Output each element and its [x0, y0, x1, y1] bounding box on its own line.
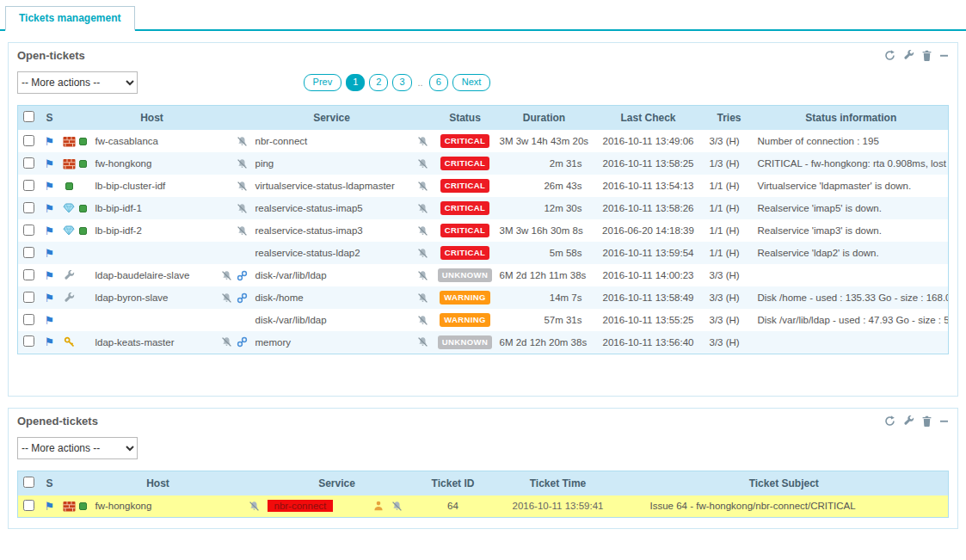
cell-host-icons — [59, 130, 92, 152]
service-link[interactable]: disk-/var/lib/ldap — [255, 270, 327, 280]
cell-service: disk-/home — [252, 286, 412, 309]
service-link[interactable]: nbr-connect — [255, 136, 308, 146]
row-checkbox[interactable] — [23, 157, 34, 169]
pagination-page-3[interactable]: 3 — [392, 74, 411, 90]
refresh-icon[interactable] — [884, 50, 895, 61]
cell-status-information: Disk /home - used : 135.33 Go - size : 1… — [754, 286, 949, 309]
cell-host-icons — [59, 495, 92, 518]
table-row: ⚑ldap-keats-mastermemoryUNKNOWN6M 2d 12h… — [18, 331, 949, 354]
open-tickets-header: Open-tickets — [9, 43, 957, 66]
wrench-icon[interactable] — [903, 50, 914, 61]
col-ticket-time: Ticket Time — [496, 471, 620, 495]
service-link[interactable]: ping — [255, 158, 274, 169]
link-icon[interactable] — [236, 336, 249, 348]
bell-muted-icon — [236, 135, 249, 147]
table-row: ⚑disk-/var/lib/ldapWARNING57m 31s2016-10… — [18, 309, 949, 331]
row-checkbox[interactable] — [23, 202, 34, 213]
status-badge: WARNING — [440, 313, 490, 327]
open-tickets-panel: Open-tickets -- More actions -- Prev123.… — [8, 42, 958, 397]
cell-status: CRITICAL — [434, 175, 496, 197]
cell-duration: 14m 7s — [496, 286, 593, 309]
select-all-checkbox[interactable] — [23, 111, 34, 122]
cell-last-check: 2016-10-11 13:59:54 — [593, 242, 705, 264]
cell-service: realservice-status-imap3 — [252, 219, 412, 242]
pagination-page-6[interactable]: 6 — [429, 74, 448, 90]
more-actions-select[interactable]: -- More actions -- — [17, 71, 138, 94]
cell-host-icons — [59, 264, 92, 286]
cell-status-information — [754, 331, 949, 354]
col-status: Status — [434, 106, 496, 131]
tab-tickets-management[interactable]: Tickets management — [5, 6, 135, 31]
row-checkbox[interactable] — [23, 500, 34, 511]
collapse-icon[interactable] — [939, 51, 949, 60]
col-bell — [412, 106, 434, 131]
status-badge: CRITICAL — [440, 246, 490, 260]
cell-ticket-time: 2016-10-11 13:59:41 — [496, 495, 620, 518]
status-green-icon — [77, 225, 89, 237]
cell-status: WARNING — [434, 286, 496, 309]
cell-s: ⚑ — [40, 152, 59, 175]
service-link[interactable]: disk-/var/lib/ldap — [255, 315, 327, 325]
refresh-icon[interactable] — [884, 415, 895, 427]
service-link[interactable]: realservice-status-imap5 — [255, 203, 363, 213]
cell-tries: 1/1 (H) — [705, 219, 754, 242]
link-icon[interactable] — [236, 292, 249, 304]
host-link[interactable]: ldap-baudelaire-slave — [95, 270, 190, 280]
cell-select — [18, 197, 40, 219]
cell-status-information: Realservice 'imap5' is down. — [754, 197, 949, 219]
host-link[interactable]: ldap-keats-master — [95, 337, 175, 348]
row-checkbox[interactable] — [23, 269, 34, 280]
service-link[interactable]: realservice-status-ldap2 — [255, 248, 360, 258]
cell-s: ⚑ — [40, 264, 59, 286]
panel-title: Open-tickets — [17, 49, 85, 62]
row-checkbox[interactable] — [23, 225, 34, 236]
cell-mid-icons — [212, 219, 252, 242]
status-badge: CRITICAL — [440, 201, 490, 215]
bell-muted-icon — [416, 314, 429, 326]
cell-select — [18, 264, 40, 286]
cell-duration: 3M 3w 16h 30m 8s — [496, 219, 593, 242]
host-link[interactable]: fw-hongkong — [95, 501, 152, 511]
flag-icon: ⚑ — [45, 314, 55, 326]
cell-ticket-id: 64 — [410, 495, 496, 518]
host-link[interactable]: lb-bip-idf-2 — [95, 225, 142, 236]
opened-tickets-header: Opened-tickets — [9, 409, 957, 432]
link-icon[interactable] — [236, 269, 249, 281]
pagination-next[interactable]: Next — [452, 74, 491, 90]
host-link[interactable]: fw-casablanca — [95, 136, 159, 146]
collapse-icon[interactable] — [939, 416, 949, 426]
cell-status-information: CRITICAL - fw-hongkong: rta 0.908ms, los… — [754, 152, 949, 175]
host-link[interactable]: lb-bip-idf-1 — [95, 203, 142, 213]
host-link[interactable]: lb-bip-cluster-idf — [95, 181, 166, 191]
row-checkbox[interactable] — [23, 247, 34, 258]
host-link[interactable]: fw-hongkong — [95, 158, 152, 169]
panel-tools — [884, 50, 949, 61]
service-link[interactable]: disk-/home — [255, 292, 304, 303]
service-link[interactable]: virtualservice-status-ldapmaster — [255, 181, 395, 191]
host-link[interactable]: ldap-byron-slave — [95, 292, 169, 303]
col-host: Host — [92, 471, 225, 495]
row-checkbox[interactable] — [23, 292, 34, 303]
cell-s: ⚑ — [40, 495, 59, 518]
cell-status: WARNING — [434, 309, 496, 331]
cell-tries: 1/1 (H) — [705, 197, 754, 219]
cell-host — [92, 309, 212, 331]
trash-icon[interactable] — [922, 415, 932, 427]
pagination-page-1[interactable]: 1 — [346, 74, 365, 90]
pagination-page-2[interactable]: 2 — [369, 74, 388, 90]
service-link[interactable]: nbr-connect — [268, 500, 334, 512]
cell-last-check: 2016-10-11 13:54:13 — [593, 175, 705, 197]
row-checkbox[interactable] — [23, 180, 34, 191]
row-checkbox[interactable] — [23, 135, 34, 146]
pagination-prev[interactable]: Prev — [304, 74, 342, 90]
col-service: Service — [264, 471, 410, 495]
bell-muted-icon — [220, 292, 233, 304]
row-checkbox[interactable] — [23, 335, 34, 347]
row-checkbox[interactable] — [23, 314, 34, 325]
service-link[interactable]: realservice-status-imap3 — [255, 225, 363, 236]
service-link[interactable]: memory — [255, 337, 292, 348]
trash-icon[interactable] — [922, 50, 932, 61]
select-all-checkbox[interactable] — [23, 477, 34, 488]
wrench-icon[interactable] — [903, 415, 914, 427]
more-actions-select[interactable]: -- More actions -- — [17, 437, 138, 459]
